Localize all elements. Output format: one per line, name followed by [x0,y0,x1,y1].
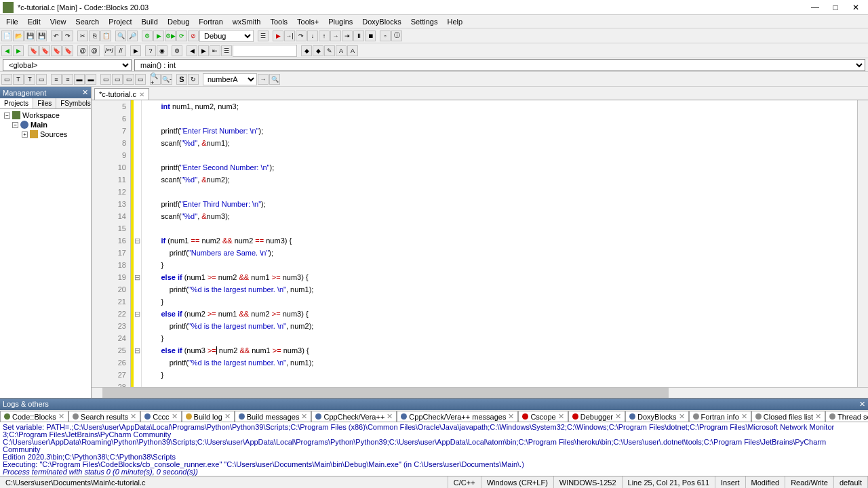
tree-project-main[interactable]: −Main [1,120,90,129]
hl5-icon[interactable]: A [347,45,358,56]
paste-icon[interactable]: 📋 [100,30,111,41]
fold-column[interactable]: ⊟ ⊟ ⊟ ⊟ [134,100,142,387]
log-tab-cppcheck[interactable]: CppCheck/Vera++✕ [311,411,397,422]
select-icon[interactable]: ▭ [1,74,12,85]
code-content[interactable]: int num1, num2, num3; printf("Enter Firs… [142,100,857,387]
doxy2-icon[interactable]: @ [89,45,100,56]
menu-fortran[interactable]: Fortran [194,16,227,27]
bookmark-icon[interactable]: 🔖 [28,45,39,56]
menu-help[interactable]: Help [442,16,467,27]
hl4-icon[interactable]: A [336,45,347,56]
block-icon[interactable]: ▬ [74,74,85,85]
log-tab-doxy[interactable]: DoxyBlocks✕ [625,411,688,422]
vertical-scrollbar[interactable] [857,100,868,387]
abort-icon[interactable]: ⊘ [188,30,199,41]
indent-icon[interactable]: ≡ [51,74,62,85]
menu-file[interactable]: File [1,16,23,27]
box3-icon[interactable]: ▭ [123,74,134,85]
box-icon[interactable]: ▭ [100,74,111,85]
toggle-icon[interactable]: ☰ [258,30,269,41]
log-tab-fortran[interactable]: Fortran info✕ [689,411,751,422]
save-all-icon[interactable]: 💾 [36,30,47,41]
tab-fsymbols[interactable]: FSymbols [56,98,95,108]
logs-close-icon[interactable]: ✕ [859,400,865,409]
box4-icon[interactable]: ▭ [135,74,146,85]
goto-icon[interactable]: → [258,74,269,85]
run-icon[interactable]: ▶ [153,30,164,41]
refresh-icon[interactable]: ↻ [188,74,199,85]
nav-back-icon[interactable]: ◀ [1,45,12,56]
editor-tab-ctutorial[interactable]: *c-tutorial.c ✕ [94,88,149,100]
stop-icon[interactable]: ⏹ [365,30,376,41]
symbol-select[interactable]: numberA [203,73,257,85]
settings-icon[interactable]: ⚙ [172,45,182,56]
step-into-icon[interactable]: ↓ [307,30,318,41]
menu-toolsplus[interactable]: Tools+ [292,16,323,27]
text2-icon[interactable]: T [24,74,35,85]
nav-fwd-icon[interactable]: ▶ [13,45,24,56]
zoom-out-icon[interactable]: 🔍- [161,74,172,85]
break-icon[interactable]: ⏸ [353,30,364,41]
new-icon[interactable]: 📄 [1,30,12,41]
menu-debug[interactable]: Debug [163,16,194,27]
target-select[interactable]: Debug [199,30,254,42]
build-icon[interactable]: ⚙ [142,30,153,41]
log-tab-buildlog[interactable]: Build log✕ [182,411,235,422]
menu-settings[interactable]: Settings [406,16,443,27]
doxy-icon[interactable]: @ [77,45,88,56]
bookmark-clear-icon[interactable]: 🔖 [62,45,73,56]
menu-edit[interactable]: Edit [23,16,45,27]
run-doxy-icon[interactable]: ▶ [130,45,141,56]
menu-doxyblocks[interactable]: DoxyBlocks [357,16,406,27]
replace-icon[interactable]: 🔎 [127,30,138,41]
find-symbol-icon[interactable]: 🔍 [269,74,280,85]
menu-wxsmith[interactable]: wxSmith [228,16,266,27]
textbox-icon[interactable]: ▭ [36,74,47,85]
log-tab-cppcheckmsg[interactable]: CppCheck/Vera++ messages✕ [397,411,518,422]
outdent-icon[interactable]: ≡ [62,74,73,85]
menu-view[interactable]: View [45,16,71,27]
editor-tab-close-icon[interactable]: ✕ [139,91,144,98]
html-icon[interactable]: ◉ [157,45,167,56]
log-tab-cscope[interactable]: Cscope✕ [518,411,568,422]
log-tab-thread[interactable]: Thread search✕ [825,411,868,422]
debug-windows-icon[interactable]: ▫ [380,30,391,41]
uncomment-icon[interactable]: // [115,45,126,56]
tab-files[interactable]: Files [33,98,56,108]
log-tab-cccc[interactable]: Cccc✕ [140,411,181,422]
redo-icon[interactable]: ↷ [62,30,73,41]
log-tab-codeblocks[interactable]: Code::Blocks✕ [0,411,68,422]
management-close-icon[interactable]: ✕ [82,88,88,97]
chm-icon[interactable]: ? [145,45,156,56]
bookmark-next-icon[interactable]: 🔖 [51,45,62,56]
menu-build[interactable]: Build [136,16,162,27]
next-instr-icon[interactable]: → [330,30,341,41]
save-icon[interactable]: 💾 [24,30,35,41]
build-run-icon[interactable]: ⚙▶ [165,30,176,41]
cut-icon[interactable]: ✂ [77,30,88,41]
copy-icon[interactable]: ⎘ [89,30,100,41]
step-out-icon[interactable]: ↑ [319,30,330,41]
hl1-icon[interactable]: ◆ [301,45,312,56]
editor-content[interactable]: 5678910111213141516171819202122232425262… [92,100,868,387]
open-icon[interactable]: 📂 [13,30,24,41]
hl3-icon[interactable]: ✎ [324,45,335,56]
find-icon[interactable]: 🔍 [115,30,126,41]
prev-icon[interactable]: ◀ [186,45,197,56]
block2-icon[interactable]: ▬ [85,74,96,85]
tab-projects[interactable]: Projects [0,98,33,108]
menu-search[interactable]: Search [71,16,104,27]
menu-project[interactable]: Project [104,16,136,27]
log-tab-closed[interactable]: Closed files list✕ [751,411,825,422]
minimize-button[interactable]: — [806,1,825,14]
logs-content[interactable]: Set variable: PATH=.;C:\Users\user\AppDa… [0,422,868,476]
jump-input[interactable] [233,45,297,57]
hl2-icon[interactable]: ◆ [313,45,323,56]
bookmark-prev-icon[interactable]: 🔖 [39,45,50,56]
step-over-icon[interactable]: ↷ [296,30,307,41]
last-icon[interactable]: ⇤ [210,45,220,56]
scope-right[interactable]: main() : int [134,59,865,71]
box2-icon[interactable]: ▭ [112,74,123,85]
undo-icon[interactable]: ↶ [51,30,62,41]
log-tab-buildmsg[interactable]: Build messages✕ [235,411,312,422]
